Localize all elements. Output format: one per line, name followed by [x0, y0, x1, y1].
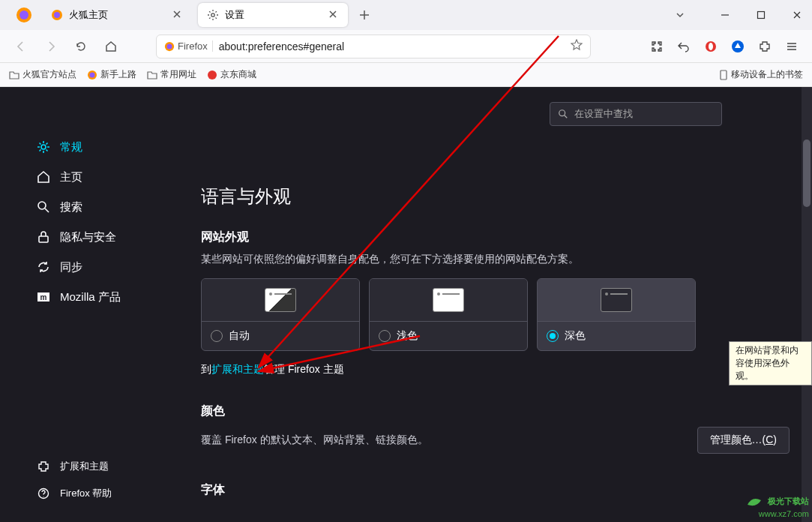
sync-icon: [36, 260, 51, 274]
theme-label-text: 自动: [229, 329, 250, 343]
url-text: about:preferences#general: [219, 40, 565, 52]
bookmark-getting-started[interactable]: 新手上路: [87, 68, 136, 81]
sidebar-label: 扩展和主题: [60, 460, 109, 473]
theme-label-text: 深色: [565, 329, 586, 343]
scrollbar-thumb[interactable]: [803, 140, 811, 207]
opera-icon[interactable]: [700, 35, 722, 58]
radio-icon: [547, 330, 559, 342]
svg-rect-17: [39, 236, 48, 242]
watermark-url: www.xz7.com: [759, 509, 809, 518]
forward-button[interactable]: [39, 34, 63, 58]
appearance-description: 某些网站可依照您的偏好调整自身配色，您可在下方选择要使用的网站配色方案。: [201, 253, 790, 266]
sidebar-label: Mozilla 产品: [60, 290, 121, 304]
identity-label: Firefox: [178, 40, 208, 52]
tabs-dropdown-button[interactable]: [668, 3, 692, 27]
screenshot-icon[interactable]: [646, 35, 668, 58]
firefox-identity-icon: [164, 41, 175, 52]
navbar: Firefox about:preferences#general: [0, 30, 812, 63]
mobile-icon: [719, 70, 728, 80]
maximize-button[interactable]: [746, 2, 776, 28]
folder-icon: [147, 70, 157, 80]
sidebar-label: 同步: [60, 260, 82, 274]
sidebar-item-privacy[interactable]: 隐私与安全: [0, 222, 174, 252]
sidebar-label: 常规: [60, 140, 82, 154]
reload-button[interactable]: [69, 34, 93, 58]
close-icon[interactable]: [327, 8, 339, 22]
account-icon[interactable]: [727, 35, 749, 58]
svg-point-1: [19, 10, 28, 20]
theme-options: 自动 浅色 深色: [201, 278, 790, 351]
firefox-favicon-icon: [87, 70, 97, 80]
new-tab-button[interactable]: [354, 4, 375, 26]
svg-text:m: m: [40, 293, 47, 302]
theme-label-text: 浅色: [397, 329, 418, 343]
sidebar-item-help[interactable]: Firefox 帮助: [0, 480, 174, 507]
bookmarks-bar: 火狐官方站点 新手上路 常用网址 京东商城 移动设备上的书签: [0, 63, 812, 87]
sidebar-label: 搜索: [60, 200, 82, 214]
tab-firefox-home[interactable]: 火狐主页: [42, 3, 192, 27]
manage-colors-button[interactable]: 管理颜色…(C): [697, 427, 790, 454]
bookmark-star-icon[interactable]: [571, 39, 583, 54]
watermark-logo-icon: [745, 494, 766, 509]
svg-point-16: [38, 202, 46, 209]
gear-icon: [36, 140, 51, 154]
vertical-scrollbar[interactable]: [802, 87, 812, 522]
bookmark-mobile[interactable]: 移动设备上的书签: [719, 68, 803, 81]
bookmark-label: 火狐官方站点: [22, 68, 76, 81]
search-placeholder: 在设置中查找: [574, 107, 633, 121]
sidebar-item-search[interactable]: 搜索: [0, 192, 174, 222]
sidebar-label: 主页: [60, 170, 82, 184]
identity-box[interactable]: Firefox: [164, 40, 213, 52]
theme-management-link-row: 到扩展和主题管理 Firefox 主题: [201, 363, 790, 376]
bookmark-jd[interactable]: 京东商城: [207, 68, 256, 81]
svg-point-3: [54, 12, 60, 18]
subsection-title-appearance: 网站外观: [201, 230, 790, 245]
theme-option-light[interactable]: 浅色: [369, 278, 528, 351]
theme-preview-icon: [433, 288, 464, 312]
tab-label: 火狐主页: [69, 8, 108, 22]
extensions-themes-link[interactable]: 扩展和主题: [211, 363, 264, 375]
jd-favicon-icon: [207, 70, 217, 80]
firefox-favicon-icon: [51, 9, 63, 21]
tab-settings[interactable]: 设置: [198, 3, 348, 27]
svg-rect-5: [758, 12, 765, 19]
firefox-logo-icon: [15, 6, 33, 24]
titlebar: 火狐主页 设置: [0, 0, 812, 30]
menu-icon[interactable]: [781, 35, 803, 58]
sidebar-item-extensions[interactable]: 扩展和主题: [0, 453, 174, 480]
radio-icon: [379, 330, 391, 342]
mozilla-icon: m: [36, 290, 51, 304]
theme-option-auto[interactable]: 自动: [201, 278, 360, 351]
bookmark-label: 常用网址: [160, 68, 196, 81]
close-window-button[interactable]: [782, 2, 812, 28]
section-title-language-appearance: 语言与外观: [201, 184, 790, 208]
window-controls: [710, 2, 812, 28]
sidebar-item-general[interactable]: 常规: [0, 132, 174, 162]
theme-preview-icon: [601, 288, 632, 312]
back-button[interactable]: [9, 34, 33, 58]
home-button[interactable]: [99, 34, 123, 58]
folder-icon: [9, 70, 19, 80]
search-icon: [558, 109, 568, 119]
close-icon[interactable]: [171, 8, 183, 22]
watermark-brand: 极光下载站: [768, 496, 809, 506]
url-bar[interactable]: Firefox about:preferences#general: [156, 34, 591, 58]
sidebar-item-mozilla[interactable]: m Mozilla 产品: [0, 282, 174, 312]
settings-search-input[interactable]: 在设置中查找: [550, 102, 722, 126]
svg-rect-14: [721, 70, 727, 80]
help-icon: [36, 486, 51, 501]
undo-icon[interactable]: [673, 35, 695, 58]
svg-point-15: [41, 145, 46, 149]
bookmark-common-sites[interactable]: 常用网址: [147, 68, 196, 81]
settings-content: 常规 主页 搜索 隐私与安全 同步 m Mozilla 产品 扩展和主题: [0, 87, 812, 522]
bookmark-firefox-official[interactable]: 火狐官方站点: [9, 68, 76, 81]
home-icon: [36, 170, 51, 184]
minimize-button[interactable]: [710, 2, 740, 28]
theme-option-dark[interactable]: 深色: [537, 278, 696, 351]
watermark: 极光下载站 www.xz7.com: [745, 494, 809, 519]
sidebar-item-home[interactable]: 主页: [0, 162, 174, 192]
radio-icon: [211, 330, 223, 342]
extensions-icon[interactable]: [754, 35, 776, 58]
sidebar-item-sync[interactable]: 同步: [0, 252, 174, 282]
svg-point-9: [709, 43, 713, 50]
